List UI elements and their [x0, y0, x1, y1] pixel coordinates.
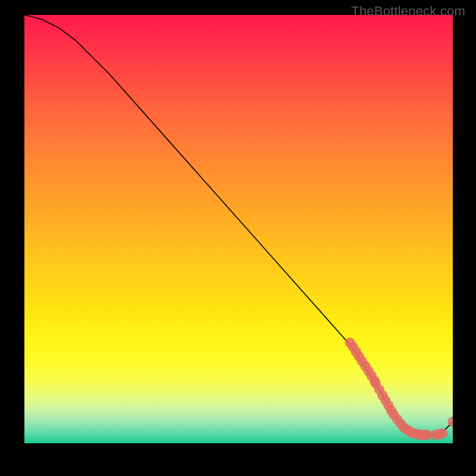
chart-overlay	[24, 15, 453, 443]
watermark-text: TheBottleneck.com	[351, 4, 465, 19]
data-point	[437, 428, 447, 439]
data-point	[447, 416, 453, 427]
data-point-cluster	[345, 337, 453, 440]
bottleneck-curve	[24, 15, 453, 435]
